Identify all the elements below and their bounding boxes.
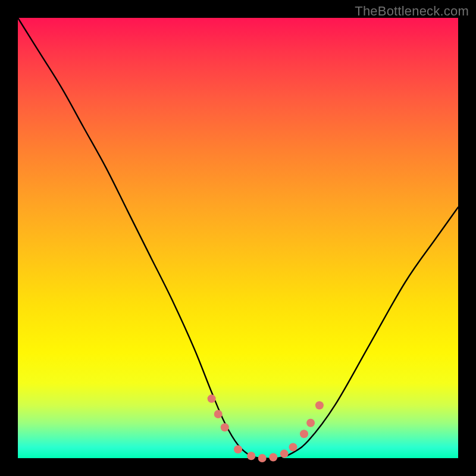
curve-marker [289,443,298,452]
curve-marker [258,454,267,462]
bottleneck-curve [18,18,458,459]
curve-marker [315,401,324,409]
curve-marker [234,445,242,453]
curve-markers [208,394,324,462]
curve-marker [280,450,289,458]
watermark-label: TheBottleneck.com [355,4,469,19]
curve-marker [214,410,223,418]
plot-area [18,18,458,458]
curve-marker [269,453,277,462]
curve-marker [306,419,315,427]
curve-marker [208,394,216,403]
chart-frame: TheBottleneck.com [0,0,476,476]
curve-layer [18,18,458,458]
curve-marker [221,423,229,431]
curve-marker [247,452,255,460]
curve-marker [300,430,308,438]
